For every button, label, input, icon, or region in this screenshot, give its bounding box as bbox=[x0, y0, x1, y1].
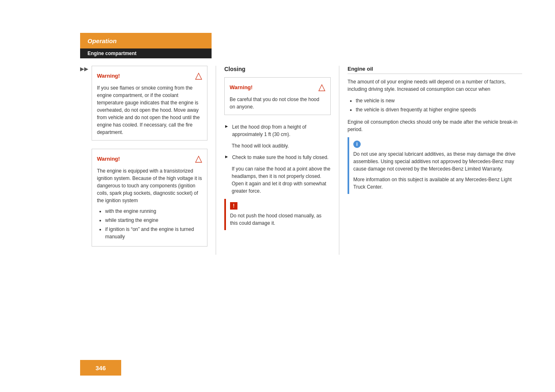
page-number: 346 bbox=[95, 364, 106, 371]
list-item: the vehicle is new bbox=[356, 97, 522, 104]
subsection-title: Engine compartment bbox=[88, 51, 136, 56]
content-area: ▶▶ Warning! △ If you see flames or smoke… bbox=[80, 66, 522, 255]
page-wrapper: Operation Engine compartment ▶▶ Warning!… bbox=[0, 0, 555, 392]
closing-warning-box: Warning! △ Be careful that you do not cl… bbox=[224, 77, 331, 115]
info-circle-icon: i bbox=[353, 141, 361, 148]
engine-oil-intro: The amount of oil your engine needs will… bbox=[348, 78, 522, 93]
list-item: if ignition is “on” and the engine is tu… bbox=[105, 226, 202, 240]
arrow-bullet-2: ► Check to make sure the hood is fully c… bbox=[224, 154, 331, 161]
closing-warning-label: Warning! bbox=[230, 84, 253, 90]
closing-warning-text: Be careful that you do not close the hoo… bbox=[230, 96, 325, 111]
info-text-2: More information on this subject is avai… bbox=[353, 176, 518, 191]
arrow-bullet-icon-1: ► bbox=[224, 124, 229, 129]
list-item: while starting the engine bbox=[105, 217, 202, 224]
closing-warning-triangle-icon: △ bbox=[318, 82, 325, 92]
warning-text-1: If you see flames or smoke coming from t… bbox=[97, 84, 202, 136]
right-column: Engine oil The amount of oil your engine… bbox=[339, 66, 522, 255]
warning-header-2: Warning! △ bbox=[97, 153, 202, 164]
subheader-bar: Engine compartment bbox=[80, 48, 212, 58]
warning-label-1: Warning! bbox=[97, 73, 120, 79]
closing-heading: Closing bbox=[224, 66, 331, 72]
caution-text: Do not push the hood closed manually, as… bbox=[230, 212, 327, 227]
arrow-bullet-text-1: Let the hood drop from a height of appro… bbox=[232, 123, 331, 138]
warning-label-2: Warning! bbox=[97, 156, 120, 162]
arrow-bullet-1: ► Let the hood drop from a height of app… bbox=[224, 123, 331, 138]
section-title: Operation bbox=[88, 37, 117, 44]
middle-column: Closing Warning! △ Be careful that you d… bbox=[216, 66, 339, 255]
note-text-1: The hood will lock audibly. bbox=[232, 142, 331, 150]
warning-box-1: Warning! △ If you see flames or smoke co… bbox=[92, 66, 207, 141]
page-number-box: 346 bbox=[80, 360, 121, 376]
warning-triangle-icon-2: △ bbox=[195, 153, 202, 164]
warning-text-2: The engine is equipped with a transistor… bbox=[97, 167, 202, 204]
info-text-1: Do not use any special lubricant additiv… bbox=[353, 150, 518, 173]
warning-header-1: Warning! △ bbox=[97, 70, 202, 81]
warning-triangle-icon-1: △ bbox=[195, 70, 202, 81]
info-box: i Do not use any special lubricant addit… bbox=[348, 137, 522, 194]
double-arrow-icon: ▶▶ bbox=[80, 66, 88, 72]
left-column: ▶▶ Warning! △ If you see flames or smoke… bbox=[80, 66, 216, 255]
list-item: the vehicle is driven frequently at high… bbox=[356, 106, 522, 113]
note-text-2: If you can raise the hood at a point abo… bbox=[232, 165, 331, 195]
caution-exclamation-icon: ! bbox=[230, 202, 237, 210]
warning-2-bullets: with the engine running while starting t… bbox=[97, 208, 202, 240]
warning-box-2: Warning! △ The engine is equipped with a… bbox=[92, 149, 207, 247]
engine-oil-heading: Engine oil bbox=[348, 66, 522, 74]
list-item: with the engine running bbox=[105, 208, 202, 215]
engine-oil-note: Engine oil consumption checks should onl… bbox=[348, 118, 522, 133]
engine-oil-bullets: the vehicle is new the vehicle is driven… bbox=[348, 97, 522, 113]
closing-warning-header: Warning! △ bbox=[230, 82, 325, 92]
header-bar: Operation bbox=[80, 33, 212, 48]
arrow-bullet-text-2: Check to make sure the hood is fully clo… bbox=[232, 154, 329, 161]
caution-box: ! Do not push the hood closed manually, … bbox=[224, 199, 331, 230]
arrow-bullet-icon-2: ► bbox=[224, 154, 229, 159]
